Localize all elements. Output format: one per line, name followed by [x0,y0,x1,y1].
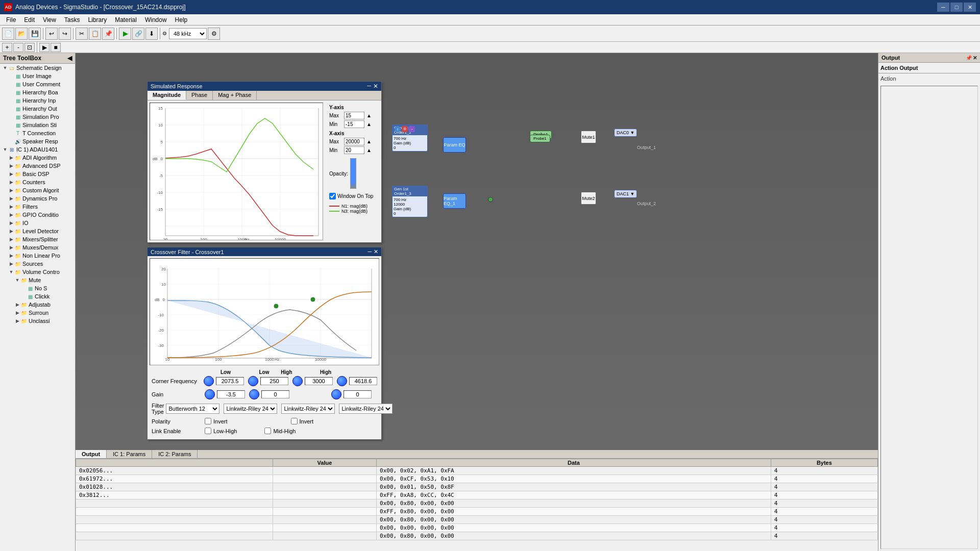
new-button[interactable]: 📄 [2,28,14,40]
menu-material[interactable]: Material [111,14,141,25]
x-min-spin-up[interactable]: ▲ [366,147,372,153]
tree-item-userimage[interactable]: ▦ User Image [0,72,75,80]
tab-phase[interactable]: Phase [186,91,213,100]
tree-item-schematic[interactable]: ▼ 🗂 Schematic Design [0,64,75,72]
expand-arrow-filters[interactable]: ▶ [8,204,14,209]
tree-item-nonlinearpro[interactable]: ▶ 📁 Non Linear Pro [0,252,75,260]
tree-item-muxesdemux[interactable]: ▶ 📁 Muxes/Demux [0,243,75,252]
expand-arrow-ic1[interactable]: ▼ [2,147,8,152]
tree-item-mute[interactable]: ▼ 📁 Mute [0,276,75,284]
expand-arrow-surroun[interactable]: ▶ [14,310,20,315]
tree-toolbox-collapse[interactable]: ◀ [67,55,72,62]
tree-item-leveldetector[interactable]: ▶ 📁 Level Detector [0,227,75,235]
tab-ic1-params[interactable]: IC 1: Params [107,450,152,458]
run-button[interactable]: ▶ [119,28,131,40]
settings-button[interactable]: ⚙ [208,28,220,40]
menu-library[interactable]: Library [84,14,111,25]
tree-item-gpiocond[interactable]: ▶ 📁 GPIO Conditio [0,211,75,219]
tree-item-hierarchyinp[interactable]: ▦ Hierarchy Inp [0,96,75,105]
mute1-node[interactable]: Mute1 [581,131,596,143]
fit-button[interactable]: ⊡ [24,43,35,52]
low-control-point[interactable] [274,304,279,309]
corner-freq-high-input[interactable] [349,377,377,385]
tab-output[interactable]: Output [76,450,107,458]
y-max-spin-up[interactable]: ▲ [366,113,372,118]
right-panel-controls[interactable]: 📌 ✕ [966,55,977,61]
tab-magnitude[interactable]: Magnitude [148,91,186,100]
invert-right-checkbox[interactable] [291,418,298,424]
opacity-slider[interactable] [350,158,356,189]
tree-item-sources[interactable]: ▶ 📁 Sources [0,260,75,268]
tree-item-counters[interactable]: ▶ 📁 Counters [0,178,75,186]
expand-arrow-unclassi[interactable]: ▶ [14,318,20,323]
crossover-minimize-icon[interactable]: ─ [368,248,372,255]
zoom-out-button[interactable]: - [13,43,23,52]
tree-item-click[interactable]: ▦ Clickk [0,292,75,300]
tree-item-simpro[interactable]: ▦ Simulation Pro [0,113,75,121]
corner-freq-low-input[interactable] [216,377,244,385]
tree-item-adjustab[interactable]: ▶ 📁 Adjustab [0,300,75,309]
expand-arrow-adialgorithm[interactable]: ▶ [8,155,14,160]
invert-left-checkbox[interactable] [205,418,211,424]
sample-rate-dropdown[interactable]: 48 kHz 44.1 kHz 96 kHz [169,28,207,39]
corner-freq-mid-input[interactable] [305,377,333,385]
tree-item-usercomment[interactable]: ▦ User Comment [0,80,75,88]
filter-type-low-select[interactable]: Butterworth 12 Linkwitz-Riley 24 [166,404,219,414]
expand-arrow-mixersplitter[interactable]: ▶ [8,237,14,242]
tree-item-mixersplitter[interactable]: ▶ 📁 Mixers/Splitter [0,235,75,243]
tree-item-ic1[interactable]: ▼ ⊞ IC 1) ADAU1401 [0,145,75,154]
y-min-spin-up[interactable]: ▲ [366,121,372,127]
tree-item-nos[interactable]: ▦ No S [0,284,75,292]
menu-view[interactable]: View [39,14,60,25]
tree-item-dynamicspro[interactable]: ▶ 📁 Dynamics Pro [0,194,75,203]
tree-item-surroun[interactable]: ▶ 📁 Surroun [0,309,75,317]
expand-arrow-volumecontrol[interactable]: ▼ [8,269,14,274]
info-icon-1[interactable]: i [395,126,401,132]
tree-item-simsti[interactable]: ▦ Simulation Sti [0,121,75,129]
corner-freq-high-btn[interactable] [337,376,347,386]
mute2-node[interactable]: Mute2 [581,192,596,205]
menu-help[interactable]: Help [171,14,192,25]
gain-high-btn[interactable] [331,389,341,399]
tree-item-io[interactable]: ▶ 📁 IO [0,219,75,227]
tree-item-volumecontrol[interactable]: ▼ 📁 Volume Contro [0,268,75,276]
corner-freq-mid-low-input[interactable] [260,377,288,385]
float-controls[interactable]: ─ ✕ [367,83,378,90]
simulated-response-titlebar[interactable]: Simulated Response ─ ✕ [148,82,381,91]
tree-item-unclassi[interactable]: ▶ 📁 Unclassi [0,317,75,325]
copy-button[interactable]: 📋 [89,28,101,40]
link-button[interactable]: 🔗 [132,28,144,40]
dac0-node[interactable]: DAC0 ▼ [614,129,637,137]
redo-button[interactable]: ↪ [59,28,71,40]
zoom-in-button[interactable]: + [2,43,12,52]
corner-freq-mid-high-btn[interactable] [292,376,303,386]
open-button[interactable]: 📂 [15,28,28,40]
filter-type-mid-high-select[interactable]: Linkwitz-Riley 24 Butterworth 12 [281,404,335,414]
tree-item-hierarchyout[interactable]: ▦ Hierarchy Out [0,105,75,113]
expand-arrow-mute[interactable]: ▼ [14,278,20,283]
menu-edit[interactable]: Edit [20,14,39,25]
tree-item-basicdsp[interactable]: ▶ 📁 Basic DSP [0,170,75,178]
dac1-node[interactable]: DAC1 ▼ [614,190,637,198]
tree-item-tconnection[interactable]: T T Connection [0,129,75,137]
gain-high-input[interactable] [344,390,372,398]
low-high-checkbox[interactable] [205,428,211,434]
expand-arrow-nonlinearpro[interactable]: ▶ [8,253,14,258]
filter-type-mid-low-select[interactable]: Linkwitz-Riley 24 Butterworth 12 [224,404,277,414]
tree-item-advanceddsp[interactable]: ▶ 📁 Advanced DSP [0,162,75,170]
mid-high-checkbox[interactable] [264,428,271,434]
play-button[interactable]: ▶ [39,43,50,52]
tree-item-speakerresp[interactable]: 🔊 Speaker Resp [0,137,75,145]
expand-arrow-customalg[interactable]: ▶ [8,188,14,193]
tree-item-hierarchyboa[interactable]: ▦ Hierarchy Boa [0,88,75,96]
expand-arrow-gpiocond[interactable]: ▶ [8,212,14,217]
expand-arrow-muxesdemux[interactable]: ▶ [8,245,14,250]
menu-file[interactable]: File [2,14,20,25]
expand-arrow-dynamicspro[interactable]: ▶ [8,196,14,201]
float-minimize-icon[interactable]: ─ [367,83,371,90]
expand-arrow-counters[interactable]: ▶ [8,180,14,185]
stop-button[interactable]: ■ [51,43,61,52]
right-panel-close-icon[interactable]: ✕ [973,55,977,61]
tree-item-customalg[interactable]: ▶ 📁 Custom Algorit [0,186,75,194]
right-panel-pin-icon[interactable]: 📌 [966,55,972,61]
